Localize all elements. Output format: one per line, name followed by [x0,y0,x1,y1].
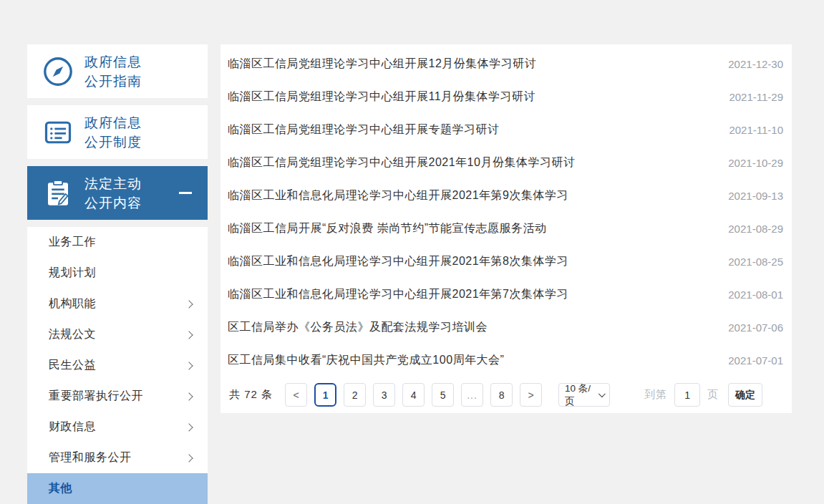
chevron-right-icon [185,423,193,431]
sidebar-item-mgmt-service[interactable]: 管理和服务公开 [27,442,208,473]
sidebar-block-label: 政府信息 公开制度 [84,113,142,152]
page-size-select[interactable]: 10 条/页 [558,383,610,407]
news-link[interactable]: 临淄区工信局党组理论学习中心组开展2021年10月份集体学习研讨 [228,155,714,170]
sidebar-item-public-welfare[interactable]: 民生公益 [27,350,208,381]
news-row[interactable]: 临淄区工信局党组理论学习中心组开展2021年10月份集体学习研讨 2021-10… [220,146,792,179]
sidebar-submenu: 业务工作 规划计划 机构职能 法规公文 民生公益 重要部署执行公开 财政信息 管… [27,227,208,504]
news-date: 2021-09-13 [728,190,783,202]
news-date: 2021-08-25 [728,256,783,268]
sidebar-block-gov-info-guide[interactable]: 政府信息 公开指南 [27,44,208,98]
goto-page-label: 到第 [644,388,667,402]
menu-item-label: 规划计划 [49,266,96,281]
news-link[interactable]: 区工信局举办《公务员法》及配套法规学习培训会 [228,320,714,335]
news-link[interactable]: 临淄区工业和信息化局理论学习中心组开展2021年第7次集体学习 [228,287,714,302]
page-size-value: 10 条/页 [565,382,598,408]
news-link[interactable]: 临淄区工业和信息化局理论学习中心组开展2021年第8次集体学习 [228,254,714,269]
sidebar-block-label: 法定主动 公开内容 [84,174,142,213]
news-date: 2021-10-29 [728,157,783,169]
news-date: 2021-11-29 [729,91,783,103]
chevron-right-icon [185,362,193,369]
sidebar-item-business-work[interactable]: 业务工作 [27,227,208,258]
confirm-button[interactable]: 确定 [728,383,762,407]
next-page-button[interactable]: > [520,383,542,407]
news-date: 2021-11-10 [729,124,783,136]
pagination-bar: 共 72 条 < 1 2 3 4 5 ... 8 > 10 条/页 到第 页 确… [220,383,792,407]
chevron-down-icon [598,390,606,397]
menu-item-label: 财政信息 [49,420,96,435]
menu-item-label: 民生公益 [49,358,96,373]
news-row[interactable]: 区工信局举办《公务员法》及配套法规学习培训会 2021-07-06 [220,311,792,344]
page-button-5[interactable]: 5 [432,383,454,407]
sidebar-item-fiscal-info[interactable]: 财政信息 [27,412,208,442]
news-row[interactable]: 临淄区工业和信息化局理论学习中心组开展2021年第8次集体学习 2021-08-… [220,245,792,278]
page-button-1[interactable]: 1 [314,383,336,407]
sidebar-item-planning[interactable]: 规划计划 [27,258,208,289]
news-list: 临淄区工信局党组理论学习中心组开展12月份集体学习研讨 2021-12-30 临… [220,44,792,377]
sidebar-block-gov-info-rules[interactable]: 政府信息 公开制度 [27,105,208,159]
news-row[interactable]: 临淄区工业和信息化局理论学习中心组开展2021年第9次集体学习 2021-09-… [220,179,792,212]
menu-item-label: 法规公文 [49,327,96,342]
news-date: 2021-12-30 [728,58,783,70]
news-row[interactable]: 临淄区工信局党组理论学习中心组开展专题学习研讨 2021-11-10 [220,113,792,146]
goto-page-input[interactable] [674,383,700,407]
compass-icon [42,55,74,88]
news-link[interactable]: 临淄区工信局党组理论学习中心组开展专题学习研讨 [228,122,714,137]
menu-item-label: 业务工作 [49,235,96,250]
menu-item-label: 机构职能 [49,296,96,311]
news-date: 2021-08-29 [728,223,783,235]
chevron-right-icon [185,331,193,339]
menu-item-label: 其他 [49,481,72,496]
news-row[interactable]: 区工信局集中收看“庆祝中国共产党成立100周年大会” 2021-07-01 [220,344,792,377]
news-link[interactable]: 临淄区工信局党组理论学习中心组开展11月份集体学习研讨 [228,89,714,105]
rules-book-icon [42,116,74,149]
news-link[interactable]: 临淄区工信局党组理论学习中心组开展12月份集体学习研讨 [228,57,714,72]
total-count-label: 共 72 条 [229,388,273,402]
news-row[interactable]: 临淄区工信局党组理论学习中心组开展12月份集体学习研讨 2021-12-30 [220,47,792,80]
sidebar: 政府信息 公开指南 政府信息 公开制度 [27,44,208,504]
page-unit-label: 页 [707,388,718,402]
news-date: 2021-07-06 [728,321,783,334]
collapse-minus-icon[interactable] [179,192,192,194]
page-button-4[interactable]: 4 [402,383,425,407]
chevron-right-icon [185,392,193,400]
news-date: 2021-08-01 [728,289,783,301]
page-button-2[interactable]: 2 [344,383,366,407]
news-row[interactable]: 临淄区工信局开展“反对浪费 崇尚节约”节能宣传志愿服务活动 2021-08-29 [220,212,792,245]
news-row[interactable]: 临淄区工业和信息化局理论学习中心组开展2021年第7次集体学习 2021-08-… [220,278,792,311]
page-button-3[interactable]: 3 [373,383,395,407]
news-link[interactable]: 临淄区工信局开展“反对浪费 崇尚节约”节能宣传志愿服务活动 [228,221,714,236]
chevron-right-icon [185,454,193,462]
sidebar-item-regulations[interactable]: 法规公文 [27,319,208,350]
news-row[interactable]: 临淄区工信局党组理论学习中心组开展11月份集体学习研讨 2021-11-29 [220,80,792,113]
sidebar-block-label: 政府信息 公开指南 [84,52,142,91]
chevron-right-icon [185,300,193,308]
prev-page-button[interactable]: < [285,383,307,407]
news-link[interactable]: 临淄区工业和信息化局理论学习中心组开展2021年第9次集体学习 [228,188,714,203]
sidebar-item-org-functions[interactable]: 机构职能 [27,289,208,319]
news-date: 2021-07-01 [728,354,783,367]
menu-item-label: 重要部署执行公开 [49,389,143,404]
sidebar-item-other[interactable]: 其他 [27,473,208,504]
news-link[interactable]: 区工信局集中收看“庆祝中国共产党成立100周年大会” [228,353,714,368]
news-panel: 临淄区工信局党组理论学习中心组开展12月份集体学习研讨 2021-12-30 临… [220,44,792,413]
page-button-8[interactable]: 8 [490,383,513,407]
clipboard-pen-icon [42,177,74,210]
sidebar-block-statutory-disclosure[interactable]: 法定主动 公开内容 [27,166,208,220]
menu-item-label: 管理和服务公开 [49,450,132,465]
sidebar-item-key-deployment[interactable]: 重要部署执行公开 [27,381,208,412]
more-pages-ellipsis-button[interactable]: ... [461,383,483,407]
